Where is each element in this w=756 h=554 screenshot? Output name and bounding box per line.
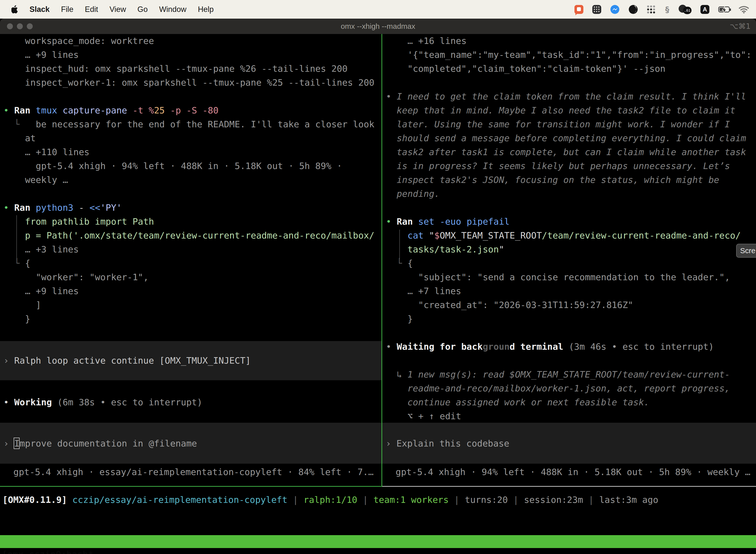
terminal-content: workspace_mode: worktree … +9 lines insp…	[0, 34, 756, 554]
screenshot-tooltip: Scre	[736, 244, 756, 258]
terminal-line: gpt-5.4 xhigh · essay/ai-reimplementatio…	[13, 465, 374, 479]
menu-item-go[interactable]: Go	[137, 5, 147, 14]
window-shortcut-hint: ⌥⌘1	[730, 19, 751, 34]
terminal-line: › Improve documentation in @filename	[3, 437, 197, 450]
menu-item-help[interactable]: Help	[198, 5, 214, 14]
terminal-line: gpt-5.4 xhigh · 94% left · 488K in · 5.1…	[396, 465, 750, 479]
menu-item-file[interactable]: File	[61, 5, 73, 14]
menu-status-icons: § ..61 A	[574, 5, 756, 14]
menu-item-edit[interactable]: Edit	[85, 5, 98, 14]
menu-item-slack[interactable]: Slack	[29, 5, 50, 14]
terminal-overlay-lines: › Ralph loop active continue [OMX_TMUX_I…	[0, 34, 756, 554]
apple-logo-icon[interactable]	[11, 5, 18, 13]
terminal-line: › Explain this codebase	[386, 437, 509, 450]
menu-bar: SlackFileEditViewGoWindowHelp § ..61 A	[0, 0, 756, 19]
screenshot-app-icon[interactable]	[574, 5, 583, 14]
window-titlebar: omx --xhigh --madmax ⌥⌘1	[0, 19, 756, 34]
menu-left: SlackFileEditViewGoWindowHelp	[0, 5, 213, 14]
text-cursor	[14, 438, 19, 449]
window-title: omx --xhigh --madmax	[0, 19, 756, 34]
menu-item-view[interactable]: View	[109, 5, 126, 14]
terminal-line: • Working (6m 38s • esc to interrupt)	[3, 395, 202, 409]
dragon-icon[interactable]: §	[665, 5, 669, 14]
menu-item-window[interactable]: Window	[159, 5, 186, 14]
battery-icon[interactable]	[718, 6, 730, 12]
messenger-icon[interactable]	[610, 5, 620, 14]
terminal-line: › Ralph loop active continue [OMX_TMUX_I…	[3, 354, 251, 368]
tmux-status-bar: [omx-cczip0:bash* "MacBook-Pro-44.local"…	[0, 535, 756, 548]
usage-badge-value: ..61	[683, 7, 692, 14]
keypad-icon[interactable]	[592, 5, 601, 14]
crescent-app-icon[interactable]	[629, 5, 638, 14]
wifi-icon[interactable]	[739, 5, 749, 13]
terminal-window: omx --xhigh --madmax ⌥⌘1 workspace_mode:…	[0, 19, 756, 554]
dots-grid-icon[interactable]	[647, 5, 656, 14]
input-source-icon[interactable]: A	[700, 5, 709, 14]
usage-badge-icon[interactable]: ..61	[678, 5, 692, 14]
menu-items: SlackFileEditViewGoWindowHelp	[29, 5, 213, 14]
terminal-line: [OMX#0.11.9] cczip/essay/ai-reimplementa…	[2, 493, 658, 507]
tmux-session-label: [omx-cczip0:bash*	[2, 548, 93, 554]
